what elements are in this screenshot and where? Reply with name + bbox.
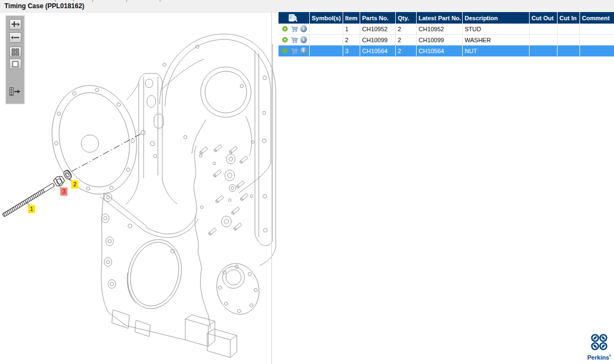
cell-description: STUD [462,24,529,35]
column-latest-part-no: Latest Part No. [416,12,462,24]
cell-symbol [309,35,343,46]
info-icon[interactable]: i [300,25,307,32]
cell-latest-part-no: CH10564 [416,46,462,56]
info-icon[interactable]: i [300,47,307,54]
cell-latest-part-no: CH10952 [416,24,462,35]
table-row[interactable]: i 1 CH10952 2 CH10952 STUD [278,24,614,35]
perkins-rings-icon [590,333,609,351]
cell-parts-no: CH10564 [360,46,395,56]
panel-divider [271,12,272,364]
cell-symbol [309,46,343,56]
cell-parts-no: CH10099 [360,35,395,46]
bolt-cluster [199,145,248,236]
timing-case-drawing [42,34,276,357]
gear-icon[interactable] [282,36,288,43]
cell-qty: 2 [395,46,416,56]
cart-icon[interactable] [291,36,298,44]
cell-cut-out [529,35,557,46]
column-view [278,12,309,24]
cell-comment [579,24,614,35]
cart-icon[interactable] [291,25,298,33]
column-parts-no: Parts No. [360,12,395,24]
cell-item: 3 [343,46,360,56]
cell-description: NUT [462,46,529,56]
info-icon[interactable]: i [300,36,307,43]
column-cut-out: Cut Out [529,12,557,24]
perkins-wordmark: Perkins® [587,353,612,361]
page-title-bar: Timing Case (PPL018162) [0,0,614,13]
cart-icon[interactable] [291,47,298,55]
callout-label-2[interactable]: 2 [71,180,78,189]
column-cut-in: Cut In [557,12,579,24]
cell-cut-out [529,24,557,35]
cell-item: 2 [343,35,360,46]
perkins-logo: Perkins® [587,333,612,361]
cell-cut-in [557,46,579,56]
cell-comment [579,35,614,46]
cell-cut-in [557,24,579,35]
column-qty: Qty. [395,12,416,24]
cell-cut-in [557,35,579,46]
timing-case-diagram[interactable] [0,12,277,364]
column-description: Description [462,12,529,24]
table-row[interactable]: i 2 CH10099 2 CH10099 WASHER [278,35,614,46]
table-row-selected[interactable]: i 3 CH10564 2 CH10564 NUT [278,46,614,56]
callout-label-1[interactable]: 1 [28,205,35,213]
cell-cut-out [529,46,557,56]
gear-icon[interactable] [282,47,288,54]
cell-latest-part-no: CH10099 [416,35,462,46]
cell-symbol [309,24,343,35]
table-header-row: Symbol(s) Item Parts No. Qty. Latest Par… [278,12,614,24]
column-comment: Comment [579,12,614,24]
cell-item: 1 [343,24,360,35]
cell-parts-no: CH10952 [360,24,395,35]
cell-comment [579,46,614,56]
preview-document-icon [288,14,298,22]
cell-description: WASHER [462,35,529,46]
parts-table: Symbol(s) Item Parts No. Qty. Latest Par… [278,12,614,56]
cell-qty: 2 [395,24,416,35]
column-item: Item [343,12,360,24]
leader-line [71,134,141,172]
nut-drawing[interactable] [53,174,66,187]
cell-qty: 2 [395,35,416,46]
gear-icon[interactable] [282,25,288,32]
page-title: Timing Case (PPL018162) [4,0,84,12]
callout-label-3[interactable]: 3 [60,187,67,196]
column-symbols: Symbol(s) [309,12,343,24]
